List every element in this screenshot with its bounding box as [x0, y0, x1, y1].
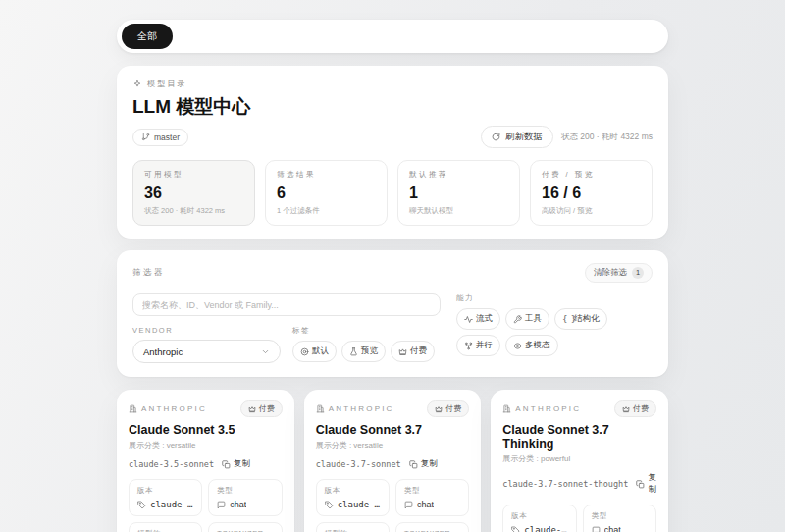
wrench-icon — [513, 315, 522, 324]
tags-field: 标签 默认 预览 付费 — [292, 326, 441, 363]
catalog-label: 模型目录 — [147, 79, 187, 89]
copy-icon — [222, 460, 231, 469]
paid-badge: 付费 — [427, 400, 469, 417]
search-input[interactable] — [132, 293, 441, 316]
model-id-row: claude-3.7-sonnet-thought 复制 — [502, 472, 656, 496]
copy-icon — [636, 480, 645, 489]
model-title: Claude Sonnet 3.5 — [129, 423, 283, 437]
model-card-claude-sonnet-3-7[interactable]: ANTHROPIC 付费 Claude Sonnet 3.7 展示分类 : ve… — [304, 390, 482, 532]
building-icon — [129, 404, 137, 413]
model-category: 展示分类 : versatile — [316, 440, 470, 451]
copy-button[interactable]: 复制 — [409, 458, 438, 470]
capabilities-label: 能力 — [456, 293, 653, 303]
tag-icon — [511, 526, 520, 532]
activity-icon — [464, 315, 473, 324]
version-cell: 版本 claude-3.7-so… — [502, 505, 576, 532]
model-id: claude-3.7-sonnet — [316, 459, 401, 469]
filter-row: VENDOR Anthropic 标签 默认 — [132, 326, 441, 363]
model-id: claude-3.7-sonnet-thought — [502, 479, 628, 489]
chat-bubble-icon — [217, 501, 226, 509]
model-title: Claude Sonnet 3.7 — [316, 423, 470, 437]
type-cell: 类型 chat — [208, 479, 282, 516]
tag-icon — [325, 501, 334, 509]
git-branch-icon — [141, 133, 150, 141]
filter-body: VENDOR Anthropic 标签 默认 — [132, 293, 653, 363]
chat-bubble-icon — [592, 526, 601, 532]
page-title: LLM 模型中心 — [132, 94, 653, 120]
stat-default-recommend: 默认推荐 1 聊天默认模型 — [397, 160, 520, 226]
crown-icon — [398, 347, 407, 356]
braces-icon: { } — [562, 315, 571, 324]
git-fork-icon — [464, 342, 473, 350]
capability-parallel-chip[interactable]: 并行 — [456, 335, 500, 356]
stat-filtered-results: 筛选结果 6 1 个过滤条件 — [265, 160, 388, 226]
vendor-name: ANTHROPIC — [129, 404, 240, 413]
capabilities-field: 能力 流式 工具 { } 结构化 — [456, 293, 653, 363]
filter-left-column: VENDOR Anthropic 标签 默认 — [132, 293, 441, 363]
tokenizer-cell: TOKENIZER <>o200k_base — [208, 522, 282, 532]
model-card-header: ANTHROPIC 付费 — [316, 400, 470, 417]
model-info-grid: 版本 claude-3.7-so… 类型 chat 模型族 claude-3.7… — [316, 479, 470, 532]
version-cell: 版本 claude-3.7-so… — [316, 479, 390, 516]
paid-badge: 付费 — [614, 400, 656, 417]
capability-tools-chip[interactable]: 工具 — [505, 308, 550, 330]
clear-filters-label: 清除筛选 — [594, 267, 627, 279]
paid-badge: 付费 — [240, 400, 283, 417]
copy-icon — [409, 460, 418, 469]
model-info-grid: 版本 claude-3.7-so… 类型 chat 模型族 claude-3.7… — [502, 505, 656, 532]
model-card-header: ANTHROPIC 付费 — [129, 400, 283, 417]
model-card-header: ANTHROPIC 付费 — [502, 400, 656, 417]
page-container: 全部 模型目录 LLM 模型中心 master 刷新数据 状态 200 · 耗时… — [117, 0, 668, 532]
model-id-row: claude-3.7-sonnet 复制 — [316, 458, 470, 470]
vendor-name: ANTHROPIC — [502, 404, 614, 413]
meta-row: master 刷新数据 状态 200 · 耗时 4322 ms — [132, 126, 653, 148]
filter-card: 筛选器 清除筛选 1 VENDOR Anthropic — [117, 250, 668, 377]
stats-row: 可用模型 36 状态 200 · 耗时 4322 ms 筛选结果 6 1 个过滤… — [132, 160, 653, 226]
capability-structured-chip[interactable]: { } 结构化 — [554, 308, 607, 330]
refresh-button[interactable]: 刷新数据 — [481, 126, 553, 148]
filter-title: 筛选器 — [132, 267, 585, 279]
filter-header: 筛选器 清除筛选 1 — [132, 263, 653, 283]
version-cell: 版本 claude-3.5-so… — [129, 479, 202, 516]
capability-pill-row: 流式 工具 { } 结构化 并行 — [456, 308, 653, 356]
building-icon — [316, 404, 325, 413]
branch-name: master — [154, 133, 180, 142]
stat-available-models: 可用模型 36 状态 200 · 耗时 4322 ms — [132, 160, 255, 226]
family-cell: 模型族 claude-3.5-so… — [129, 522, 202, 532]
tag-pill-row: 默认 预览 付费 — [292, 341, 441, 362]
tokenizer-cell: TOKENIZER <>o200k_base — [395, 522, 469, 532]
capability-multimodal-chip[interactable]: 多模态 — [505, 335, 558, 356]
crown-icon — [435, 405, 443, 413]
header-card: 模型目录 LLM 模型中心 master 刷新数据 状态 200 · 耗时 43… — [117, 66, 668, 239]
model-info-grid: 版本 claude-3.5-so… 类型 chat 模型族 claude-3.5… — [129, 479, 283, 532]
tags-label: 标签 — [292, 326, 441, 336]
model-card-claude-sonnet-3-5[interactable]: ANTHROPIC 付费 Claude Sonnet 3.5 展示分类 : ve… — [117, 390, 294, 532]
tag-paid-chip[interactable]: 付费 — [391, 341, 435, 362]
model-id-row: claude-3.5-sonnet 复制 — [129, 458, 283, 470]
refresh-label: 刷新数据 — [505, 131, 543, 143]
catalog-row: 模型目录 — [132, 79, 653, 89]
vendor-label: VENDOR — [132, 326, 281, 335]
tag-icon — [137, 501, 146, 509]
model-card-claude-sonnet-3-7-thinking[interactable]: ANTHROPIC 付费 Claude Sonnet 3.7 Thinking … — [491, 390, 668, 532]
capability-streaming-chip[interactable]: 流式 — [456, 308, 500, 330]
building-icon — [502, 404, 511, 413]
model-cards-row: ANTHROPIC 付费 Claude Sonnet 3.5 展示分类 : ve… — [117, 390, 668, 532]
target-icon — [300, 347, 309, 356]
refresh-icon — [492, 133, 500, 141]
model-title: Claude Sonnet 3.7 Thinking — [502, 423, 656, 451]
eye-icon — [513, 342, 522, 350]
status-text: 状态 200 · 耗时 4322 ms — [561, 132, 653, 143]
crown-icon — [248, 405, 256, 413]
tab-all[interactable]: 全部 — [122, 24, 173, 49]
tag-preview-chip[interactable]: 预览 — [341, 341, 386, 362]
flask-icon — [349, 347, 358, 356]
vendor-select[interactable]: Anthropic — [132, 340, 281, 363]
clear-filters-button[interactable]: 清除筛选 1 — [585, 263, 653, 283]
tag-default-chip[interactable]: 默认 — [292, 341, 337, 362]
sparkles-icon — [132, 80, 142, 89]
copy-button[interactable]: 复制 — [222, 458, 250, 470]
copy-button[interactable]: 复制 — [636, 472, 656, 496]
model-category: 展示分类 : powerful — [502, 453, 656, 464]
chat-bubble-icon — [404, 501, 413, 509]
